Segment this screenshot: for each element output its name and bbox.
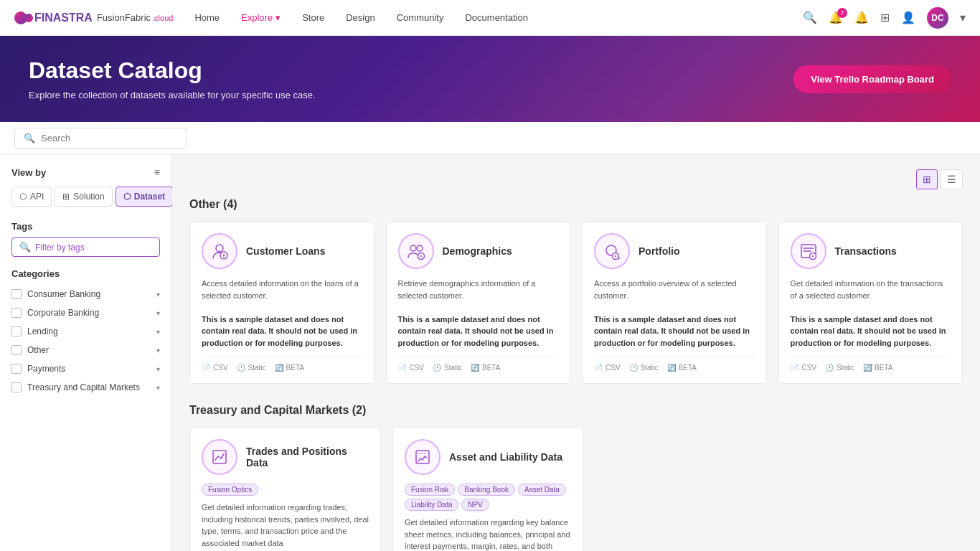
refresh-icon: 🔄 <box>863 364 872 372</box>
nav-documentation[interactable]: Documentation <box>465 12 527 23</box>
svg-point-2 <box>410 245 416 251</box>
notification-badge: 7 <box>837 8 847 18</box>
trello-roadmap-button[interactable]: View Trello Roadmap Board <box>793 65 951 93</box>
view-by-header: View by ≡ <box>11 166 160 178</box>
card-footer-transactions: 📄 CSV 🕐 Static 🔄 BETA <box>791 356 951 372</box>
tag-npv: NPV <box>461 499 489 511</box>
chevron-lending: ▾ <box>156 328 160 336</box>
card-desc-trades: Get detailed information regarding trade… <box>202 501 369 551</box>
tag-fusion-risk: Fusion Risk <box>405 484 455 496</box>
dataset-icon: ⬡ <box>123 192 131 202</box>
user-settings-button[interactable]: 👤 <box>901 11 915 24</box>
category-lending[interactable]: Lending ▾ <box>11 322 160 341</box>
clock-icon: 🕐 <box>825 364 834 372</box>
hero-content: Dataset Catalog Explore the collection o… <box>29 57 316 100</box>
card-tags-trades: Fusion Optics <box>202 484 369 496</box>
refresh-icon: 🔄 <box>471 364 479 372</box>
card-title-customer-loans: Customer Loans <box>246 245 325 257</box>
card-footer-demographics: 📄 CSV 🕐 Static 🔄 BETA <box>398 356 559 372</box>
category-corporate-banking[interactable]: Corporate Banking ▾ <box>11 303 160 322</box>
card-desc-customer-loans: Access detailed information on the loans… <box>202 278 362 349</box>
file-icon: 📄 <box>791 364 799 372</box>
alert-button[interactable]: 🔔 <box>854 11 869 24</box>
view-tabs: ⬡ API ⊞ Solution ⬡ Dataset <box>11 187 160 207</box>
avatar[interactable]: DC <box>927 7 948 29</box>
category-payments[interactable]: Payments ▾ <box>11 359 160 378</box>
tags-filter-input[interactable]: 🔍 Filter by tags <box>11 237 160 257</box>
card-portfolio[interactable]: Portfolio Access a portfolio overview of… <box>582 221 767 384</box>
chevron-payments: ▾ <box>156 365 160 373</box>
checkbox-corporate-banking[interactable] <box>11 308 22 318</box>
tab-dataset[interactable]: ⬡ Dataset <box>116 187 173 207</box>
card-icon-trades <box>202 439 237 475</box>
card-customer-loans[interactable]: Customer Loans Access detailed informati… <box>189 221 374 384</box>
nav-explore[interactable]: Explore ▾ <box>241 12 281 23</box>
card-desc-portfolio: Access a portfolio overview of a selecte… <box>594 278 755 349</box>
search-button[interactable]: 🔍 <box>803 11 817 24</box>
tab-solution[interactable]: ⊞ Solution <box>55 187 112 207</box>
card-title-portfolio: Portfolio <box>639 245 680 257</box>
grid-button[interactable]: ⊞ <box>880 11 890 24</box>
checkbox-payments[interactable] <box>11 364 22 374</box>
chevron-consumer-banking: ▾ <box>156 291 160 298</box>
card-trades-positions[interactable]: Trades and Positions Data Fusion Optics … <box>189 427 381 551</box>
tags-section: Tags 🔍 Filter by tags <box>11 221 160 257</box>
card-footer-portfolio: 📄 CSV 🕐 Static 🔄 BETA <box>594 356 755 372</box>
card-desc-demographics: Retrieve demographics information of a s… <box>398 278 559 349</box>
card-demographics[interactable]: Demographics Retrieve demographics infor… <box>386 221 571 384</box>
file-icon: 📄 <box>594 364 603 372</box>
card-asset-liability[interactable]: Asset and Liability Data Fusion Risk Ban… <box>392 427 584 551</box>
file-icon: 📄 <box>202 364 210 372</box>
card-tags-asset: Fusion Risk Banking Book Asset Data Liab… <box>405 484 572 511</box>
tag-fusion-optics: Fusion Optics <box>202 484 258 496</box>
treasury-cards-grid: Trades and Positions Data Fusion Optics … <box>189 427 584 551</box>
tag-asset-data: Asset Data <box>518 484 566 496</box>
content-area: ⊞ ☰ Other (4) Customer Loans <box>172 155 980 551</box>
nav-links: Home Explore ▾ Store Design Community Do… <box>194 12 803 23</box>
checkbox-treasury[interactable] <box>11 382 22 392</box>
filter-icon[interactable]: ≡ <box>154 166 160 178</box>
notification-bell-button[interactable]: 🔔 7 <box>829 11 843 24</box>
chevron-down-icon: ▾ <box>275 12 281 23</box>
card-icon-customer-loans <box>202 233 237 269</box>
svg-point-3 <box>417 245 423 251</box>
clock-icon: 🕐 <box>237 364 245 372</box>
tag-banking-book: Banking Book <box>458 484 515 496</box>
solution-icon: ⊞ <box>62 192 70 202</box>
brand-fusion: FusionFabric <box>97 12 151 23</box>
category-consumer-banking[interactable]: Consumer Banking ▾ <box>11 285 160 303</box>
tags-filter-text: Filter by tags <box>35 242 85 253</box>
nav-design[interactable]: Design <box>346 12 374 23</box>
list-view-button[interactable]: ☰ <box>941 169 963 189</box>
brand-name: FINASTRA <box>34 11 93 24</box>
refresh-icon: 🔄 <box>667 364 676 372</box>
card-footer-customer-loans: 📄 CSV 🕐 Static 🔄 BETA <box>202 356 362 372</box>
nav-home[interactable]: Home <box>194 12 220 23</box>
hero-section: Dataset Catalog Explore the collection o… <box>0 36 980 122</box>
checkbox-lending[interactable] <box>11 326 22 336</box>
chevron-other: ▾ <box>156 347 160 354</box>
other-cards-grid: Customer Loans Access detailed informati… <box>189 221 963 384</box>
chevron-treasury: ▾ <box>156 384 160 392</box>
categories-section: Categories Consumer Banking ▾ Corporate … <box>11 268 160 397</box>
brand-logo[interactable]: FINASTRA FusionFabric .cloud <box>14 11 173 24</box>
category-other[interactable]: Other ▾ <box>11 341 160 359</box>
navbar: FINASTRA FusionFabric .cloud Home Explor… <box>0 0 980 36</box>
card-icon-asset <box>405 439 440 475</box>
card-desc-asset: Get detailed information regarding key b… <box>405 517 572 551</box>
search-input-wrap[interactable]: 🔍 <box>14 128 187 149</box>
account-dropdown-button[interactable]: ▾ <box>960 11 966 24</box>
card-title-asset: Asset and Liability Data <box>449 451 562 463</box>
tab-api[interactable]: ⬡ API <box>11 187 52 207</box>
grid-view-button[interactable]: ⊞ <box>916 169 938 189</box>
nav-store[interactable]: Store <box>302 12 324 23</box>
categories-title: Categories <box>11 268 160 279</box>
card-transactions[interactable]: Transactions Get detailed information on… <box>778 221 963 384</box>
checkbox-other[interactable] <box>11 345 22 355</box>
search-input[interactable] <box>41 133 177 143</box>
nav-community[interactable]: Community <box>397 12 444 23</box>
checkbox-consumer-banking[interactable] <box>11 289 22 299</box>
category-treasury[interactable]: Treasury and Capital Markets ▾ <box>11 378 160 397</box>
file-icon: 📄 <box>398 364 407 372</box>
treasury-section-heading: Treasury and Capital Markets (2) <box>189 404 963 417</box>
